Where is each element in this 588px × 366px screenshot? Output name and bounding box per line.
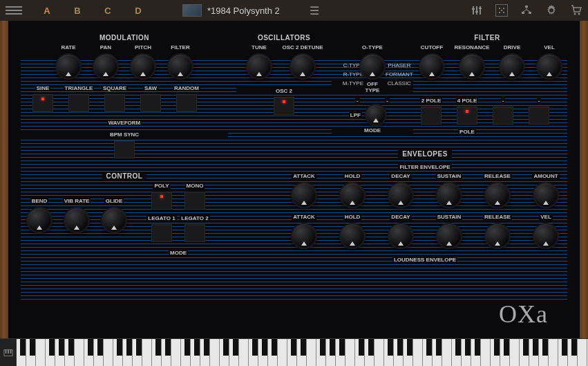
filter-type-knob[interactable] [359, 53, 386, 80]
pole-extra1-button[interactable] [493, 107, 513, 125]
rate-knob[interactable] [55, 53, 82, 80]
cart-icon[interactable] [570, 4, 582, 17]
filter-mode-knob[interactable] [365, 104, 387, 126]
svg-rect-12 [522, 12, 524, 14]
midi-icon[interactable] [495, 4, 508, 17]
fe-release-label: RELEASE [483, 173, 512, 179]
preset-menu-icon[interactable]: ☰ [310, 4, 323, 17]
preset-thumbnail[interactable] [182, 4, 202, 17]
control-header: CONTROL [102, 172, 147, 180]
pan-knob[interactable] [93, 53, 119, 80]
svg-point-15 [578, 13, 580, 15]
fe-amount-label: AMOUNT [532, 173, 559, 179]
structure-icon[interactable] [520, 4, 533, 17]
svg-rect-5 [479, 8, 482, 9]
formant-label: FORMANT [386, 70, 413, 79]
le-vel-knob[interactable] [533, 223, 559, 249]
vibrate-knob[interactable] [64, 207, 90, 233]
pole-label: POLE [458, 129, 476, 135]
osc2-detune-label: OSC 2 DETUNE [281, 44, 324, 51]
fe-hold-label: HOLD [343, 173, 362, 179]
bend-knob[interactable] [26, 207, 53, 233]
vibrate-label: VIB RATE [63, 198, 91, 204]
svg-rect-17 [5, 349, 6, 353]
wood-panel-left [0, 21, 8, 338]
lpf-label: LPF [349, 112, 362, 118]
mono-button[interactable] [184, 192, 205, 210]
poly-button[interactable] [151, 192, 172, 210]
keyboard-strip [0, 338, 588, 366]
le-vel-label: VEL [539, 214, 553, 220]
legato2-button[interactable] [184, 224, 205, 242]
random-label: RANDOM [173, 85, 200, 91]
sine-button[interactable] [32, 94, 53, 112]
le-attack-knob[interactable] [291, 223, 317, 249]
tab-d[interactable]: D [124, 1, 152, 20]
fe-hold-knob[interactable] [339, 182, 366, 208]
svg-rect-11 [525, 6, 528, 8]
triangle-button[interactable] [68, 94, 89, 112]
fe-amount-knob[interactable] [533, 182, 559, 208]
svg-rect-2 [480, 6, 481, 15]
le-release-label: RELEASE [483, 214, 512, 220]
square-button[interactable] [104, 94, 125, 112]
fe-release-knob[interactable] [484, 182, 511, 208]
osc2-button[interactable] [274, 97, 294, 115]
vel-knob[interactable] [536, 53, 562, 80]
pole-dash-1: - [501, 98, 506, 104]
le-sustain-knob[interactable] [436, 223, 462, 249]
svg-rect-13 [529, 12, 531, 14]
triangle-label: TRIANGLE [64, 85, 95, 91]
filter-mod-label: FILTER [169, 44, 191, 51]
tab-a[interactable]: A [33, 1, 61, 20]
filter-envelope-header: FILTER ENVELOPE [398, 164, 451, 170]
piano-keys[interactable] [17, 339, 588, 366]
envelopes-header: ENVELOPES [398, 150, 452, 158]
4pole-button[interactable] [457, 107, 477, 125]
le-release-knob[interactable] [484, 223, 511, 249]
fe-sustain-knob[interactable] [436, 182, 462, 208]
preset-name[interactable]: *1984 Polysynth 2 [207, 6, 304, 16]
fe-decay-knob[interactable] [388, 182, 414, 208]
keyboard-icon[interactable] [0, 339, 17, 366]
mixer-icon[interactable] [471, 4, 483, 17]
control-mode-label: MODE [169, 250, 188, 256]
legato1-button[interactable] [151, 224, 172, 242]
tune-knob[interactable] [246, 53, 272, 80]
pan-label: PAN [99, 44, 113, 51]
fe-sustain-label: SUSTAIN [436, 173, 463, 179]
wood-panel-right [580, 21, 588, 338]
2pole-button[interactable] [421, 107, 442, 125]
cutoff-label: CUTOFF [419, 44, 444, 51]
oscillators-header: OSCILLATORS [254, 34, 314, 42]
bpm-sync-button[interactable] [114, 140, 135, 158]
osc2-label: OSC 2 [236, 88, 332, 94]
rate-label: RATE [59, 44, 77, 51]
tab-c[interactable]: C [94, 1, 122, 20]
svg-rect-19 [10, 349, 11, 353]
pole-extra2-button[interactable] [529, 107, 549, 125]
le-hold-knob[interactable] [339, 223, 366, 249]
drive-knob[interactable] [499, 53, 525, 80]
resonance-knob[interactable] [459, 53, 485, 80]
svg-point-8 [499, 12, 500, 13]
tab-b[interactable]: B [64, 1, 91, 20]
menu-icon[interactable] [6, 3, 22, 17]
saw-button[interactable] [140, 94, 161, 112]
loudness-envelope-header: LOUDNESS ENVELOPE [392, 257, 457, 263]
cutoff-knob[interactable] [419, 53, 445, 80]
le-decay-knob[interactable] [388, 223, 414, 249]
gear-icon[interactable] [545, 4, 558, 17]
filter-mod-knob[interactable] [167, 53, 193, 80]
glide-knob[interactable] [101, 207, 127, 233]
glide-label: GLIDE [104, 198, 124, 204]
modulation-header: MODULATION [95, 34, 153, 42]
drive-label: DRIVE [502, 44, 522, 51]
fe-attack-knob[interactable] [291, 182, 317, 208]
random-button[interactable] [176, 94, 197, 112]
bpm-sync-label: BPM SYNC [21, 131, 228, 138]
pitch-knob[interactable] [130, 53, 156, 80]
osc2-detune-knob[interactable] [290, 53, 316, 80]
classic-label: CLASSIC [386, 79, 413, 88]
filter-header: FILTER [470, 34, 504, 42]
